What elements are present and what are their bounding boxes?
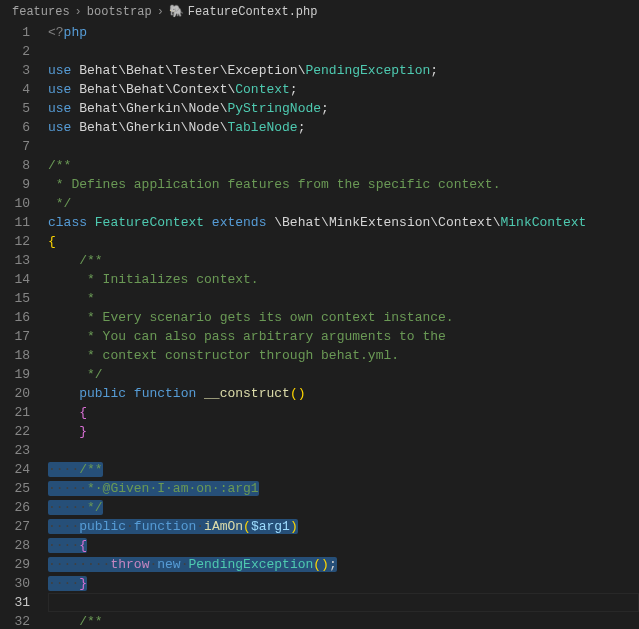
code-line[interactable]: * Initializes context.: [48, 270, 639, 289]
line-number[interactable]: 4: [0, 80, 30, 99]
line-number[interactable]: 6: [0, 118, 30, 137]
code-line[interactable]: * You can also pass arbitrary arguments …: [48, 327, 639, 346]
line-number[interactable]: 7: [0, 137, 30, 156]
breadcrumb[interactable]: features › bootstrap › 🐘 FeatureContext.…: [0, 0, 639, 23]
code-editor[interactable]: 1234567891011121314151617181920212223242…: [0, 23, 639, 628]
line-number[interactable]: 5: [0, 99, 30, 118]
line-number[interactable]: 26: [0, 498, 30, 517]
line-number[interactable]: 28: [0, 536, 30, 555]
code-line[interactable]: {: [48, 403, 639, 422]
line-number[interactable]: 16: [0, 308, 30, 327]
php-file-icon: 🐘: [169, 4, 184, 19]
line-number[interactable]: 11: [0, 213, 30, 232]
line-number[interactable]: 25: [0, 479, 30, 498]
line-number[interactable]: 29: [0, 555, 30, 574]
line-number[interactable]: 30: [0, 574, 30, 593]
line-number[interactable]: 15: [0, 289, 30, 308]
code-line[interactable]: ·····*/: [48, 498, 639, 517]
code-line[interactable]: * Defines application features from the …: [48, 175, 639, 194]
code-line[interactable]: */: [48, 365, 639, 384]
line-number[interactable]: 10: [0, 194, 30, 213]
breadcrumb-file[interactable]: FeatureContext.php: [188, 5, 318, 19]
code-line[interactable]: ····}: [48, 574, 639, 593]
code-line[interactable]: *: [48, 289, 639, 308]
line-number[interactable]: 31: [0, 593, 30, 612]
line-number[interactable]: 9: [0, 175, 30, 194]
line-number[interactable]: 24: [0, 460, 30, 479]
breadcrumb-segment[interactable]: bootstrap: [87, 5, 152, 19]
code-line[interactable]: }: [48, 422, 639, 441]
line-number[interactable]: 17: [0, 327, 30, 346]
code-area[interactable]: <?php use Behat\Behat\Tester\Exception\P…: [48, 23, 639, 628]
code-line[interactable]: * context constructor through behat.yml.: [48, 346, 639, 365]
chevron-right-icon: ›: [157, 5, 164, 19]
breadcrumb-segment[interactable]: features: [12, 5, 70, 19]
line-number[interactable]: 14: [0, 270, 30, 289]
line-number[interactable]: 19: [0, 365, 30, 384]
code-line[interactable]: class FeatureContext extends \Behat\Mink…: [48, 213, 639, 232]
code-line[interactable]: <?php: [48, 23, 639, 42]
code-line[interactable]: [48, 441, 639, 460]
code-line[interactable]: /**: [48, 612, 639, 629]
line-number[interactable]: 18: [0, 346, 30, 365]
code-line[interactable]: /**: [48, 156, 639, 175]
code-line[interactable]: */: [48, 194, 639, 213]
code-line[interactable]: [48, 42, 639, 61]
code-line[interactable]: {: [48, 232, 639, 251]
code-line[interactable]: ····public·function·iAmOn($arg1): [48, 517, 639, 536]
code-line[interactable]: [48, 593, 639, 612]
code-line[interactable]: ····/**: [48, 460, 639, 479]
code-line[interactable]: ·····*·@Given·I·am·on·:arg1: [48, 479, 639, 498]
code-line[interactable]: use Behat\Behat\Tester\Exception\Pending…: [48, 61, 639, 80]
line-number[interactable]: 23: [0, 441, 30, 460]
code-line[interactable]: use Behat\Gherkin\Node\TableNode;: [48, 118, 639, 137]
line-number[interactable]: 8: [0, 156, 30, 175]
line-number[interactable]: 21: [0, 403, 30, 422]
line-number[interactable]: 22: [0, 422, 30, 441]
code-line[interactable]: [48, 137, 639, 156]
line-number[interactable]: 13: [0, 251, 30, 270]
line-number[interactable]: 3: [0, 61, 30, 80]
code-line[interactable]: ····{: [48, 536, 639, 555]
code-line[interactable]: ········throw·new·PendingException();: [48, 555, 639, 574]
line-number-gutter[interactable]: 1234567891011121314151617181920212223242…: [0, 23, 48, 628]
code-line[interactable]: * Every scenario gets its own context in…: [48, 308, 639, 327]
code-line[interactable]: use Behat\Behat\Context\Context;: [48, 80, 639, 99]
line-number[interactable]: 2: [0, 42, 30, 61]
code-line[interactable]: use Behat\Gherkin\Node\PyStringNode;: [48, 99, 639, 118]
line-number[interactable]: 32: [0, 612, 30, 629]
line-number[interactable]: 12: [0, 232, 30, 251]
line-number[interactable]: 27: [0, 517, 30, 536]
code-line[interactable]: /**: [48, 251, 639, 270]
line-number[interactable]: 1: [0, 23, 30, 42]
code-line[interactable]: public function __construct(): [48, 384, 639, 403]
line-number[interactable]: 20: [0, 384, 30, 403]
chevron-right-icon: ›: [75, 5, 82, 19]
